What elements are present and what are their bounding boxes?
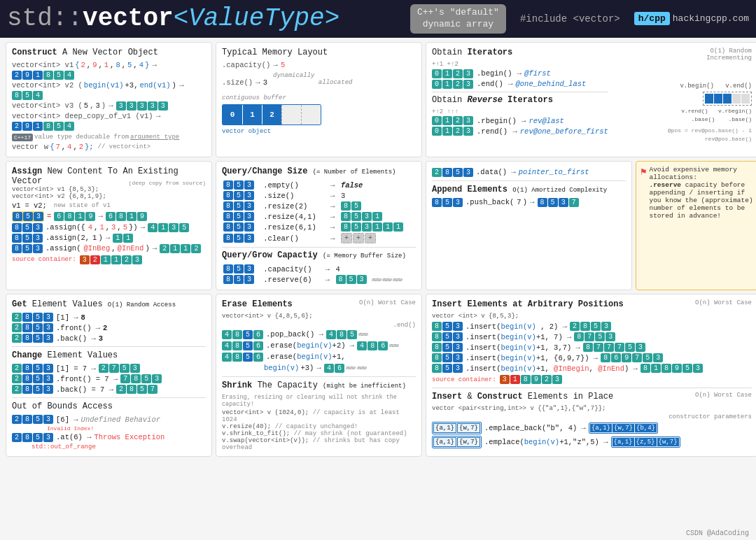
page-title: std:: vector <ValueType> xyxy=(7,4,340,33)
main-grid: Construct A New Vector Object vector<int… xyxy=(6,42,750,457)
table-row: 853 .resize(2) → 85 xyxy=(222,201,416,211)
panel-get-change: Get Element Values O(1) Random Access 28… xyxy=(6,294,212,457)
panel-erase: Erase Elements O(n) Worst Case vector<in… xyxy=(216,294,422,457)
panel-assign: Assign New Content To An Existing Vector… xyxy=(6,161,212,290)
panel-iterators: Obtain Iterators +↑1 +↑2 0123 .begin()→ … xyxy=(426,42,756,158)
cpp-tag: C++'s "default"dynamic array xyxy=(410,4,506,34)
file-ref: h/cpp hackingcpp.com xyxy=(634,12,749,25)
table-row: 853 .clear() → +++ xyxy=(222,232,416,244)
panel-insert: Insert Elements at Arbitrary Positions O… xyxy=(426,294,756,457)
table-row: 853 .resize(4,1) → 8531 xyxy=(222,211,416,222)
footer-credit: CSDN @AdaCoding xyxy=(686,530,749,537)
header: std:: vector <ValueType> C++'s "default"… xyxy=(0,0,756,38)
panel-query-size: Query/Change Size (= Number of Elements)… xyxy=(216,161,422,290)
panel-data-append: 2853 .data() → pointer_to_first Append E… xyxy=(426,161,632,290)
panel-tip: ⚑ Avoid expensive memory allocations: .r… xyxy=(636,161,756,290)
table-row: 853 .empty() → false xyxy=(222,180,416,190)
include-text: #include <vector> xyxy=(520,13,620,24)
header-right: C++'s "default"dynamic array #include <v… xyxy=(410,4,749,34)
panel-construct: Construct A New Vector Object vector<int… xyxy=(6,42,212,158)
panel-memory-layout: Typical Memory Layout .capacity()→5 .siz… xyxy=(216,42,422,158)
table-row: 853 .reserve(6) → 853 xyxy=(222,274,416,285)
table-row: 853 .resize(6,1) → 853111 xyxy=(222,222,416,232)
table-row: 853 .size() → 3 xyxy=(222,190,416,201)
table-row: 853 .capacity() → 4 xyxy=(222,264,416,274)
